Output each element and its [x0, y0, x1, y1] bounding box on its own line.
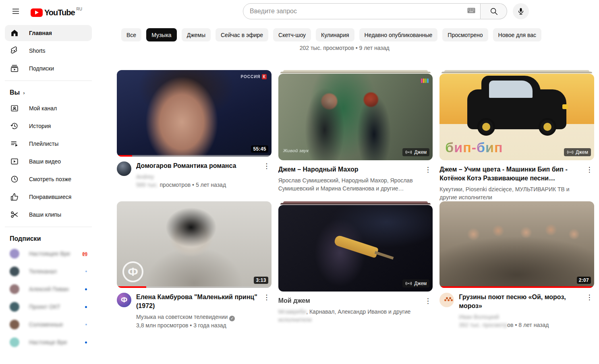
video-title[interactable]: Домогаров Романтика романса [136, 161, 262, 170]
channel-avatar[interactable] [117, 161, 131, 176]
new-content-dot [85, 288, 87, 290]
video-grid: РОССИЯК 55:45 Домогаров Романтика романс… [97, 70, 599, 329]
partial-video-meta: 202 тыс. просмотров • 9 лет назад [278, 45, 433, 51]
my-channel-icon [10, 103, 19, 113]
kebab-menu-icon[interactable]: ⋮ [262, 293, 272, 302]
mix-byline: Ярослав Сумишевский, Народный Махор, Яро… [278, 176, 423, 192]
video-thumbnail[interactable]: Ф 3:13 [117, 201, 272, 288]
mix-stack-decoration [441, 72, 592, 73]
sidebar-item-liked-videos[interactable]: Понравившиеся [5, 189, 92, 205]
sidebar-subscription-channel[interactable]: Настояще Вре [5, 334, 92, 350]
sidebar-item-your-videos[interactable]: Ваши видео [5, 153, 92, 170]
sidebar: Главная Shorts Подписки Вы › Мой канал И… [0, 23, 97, 364]
new-content-dot [85, 306, 87, 308]
channel-avatar[interactable] [439, 293, 454, 307]
chip-jams[interactable]: Джемы [182, 28, 211, 41]
live-sound-watermark: Живой звук [283, 148, 309, 153]
watch-progress-bar [439, 286, 594, 288]
sidebar-you-header[interactable]: Вы › [5, 87, 92, 100]
watch-later-icon [10, 174, 19, 184]
mix-title[interactable]: Джем – Народный Махор [278, 165, 423, 174]
broadcast-icon [567, 150, 574, 155]
video-title[interactable]: Грузины поют песню «Ой, мороз, мороз» [459, 293, 584, 310]
hamburger-menu-icon[interactable] [8, 3, 24, 19]
rossiya-k-watermark: РОССИЯК [240, 74, 266, 79]
sidebar-item-playlists[interactable]: Плейлисты [5, 136, 92, 152]
sidebar-subscription-channel[interactable]: Соломенные [5, 316, 92, 333]
tv-logo-watermark: Ф [122, 261, 143, 282]
mix-thumbnail[interactable]: Джем [278, 205, 433, 292]
your-videos-icon [10, 157, 19, 166]
channel-avatar [10, 302, 19, 312]
sidebar-subscription-channel[interactable]: Телеканал [5, 263, 92, 279]
shorts-icon [10, 46, 19, 56]
chip-recently-uploaded[interactable]: Недавно опубликованные [359, 28, 438, 41]
sidebar-subscriptions-header: Подписки [5, 233, 92, 246]
channel-name[interactable]: Andrey [136, 174, 154, 180]
thumbs-up-icon [10, 192, 19, 202]
duration-badge: 55:45 [251, 145, 268, 153]
playlists-icon [10, 139, 19, 149]
chip-all[interactable]: Все [121, 28, 141, 41]
video-title[interactable]: Елена Камбурова "Маленький принц" (1972) [136, 293, 262, 310]
kebab-menu-icon[interactable]: ⋮ [584, 165, 594, 175]
channel-name[interactable]: Иван Волоцкий [459, 314, 499, 320]
sidebar-subscription-channel[interactable]: Проект ОКТ [5, 299, 92, 315]
sidebar-item-your-clips[interactable]: Ваши клипы [5, 207, 92, 223]
mix-badge: Джем [402, 148, 429, 156]
mix-title[interactable]: Мой джем [278, 296, 423, 305]
chip-music[interactable]: Музыка [146, 28, 177, 41]
search-input[interactable] [250, 8, 464, 15]
kebab-menu-icon[interactable]: ⋮ [584, 293, 594, 302]
kebab-menu-icon[interactable]: ⋮ [423, 165, 433, 175]
search-button[interactable] [481, 3, 507, 19]
mix-stack-decoration [280, 203, 431, 205]
youtube-logo[interactable]: YouTube RU [31, 6, 82, 17]
channel-avatar [10, 320, 19, 329]
guitar-illustration [333, 235, 379, 259]
history-icon [10, 121, 19, 131]
channel-avatar [10, 284, 19, 294]
mic-icon [517, 7, 525, 15]
chip-live[interactable]: Сейчас в эфире [216, 28, 268, 41]
channel-avatar [10, 267, 19, 276]
sidebar-divider [5, 81, 92, 81]
live-badge-icon: ((•)) [82, 252, 87, 256]
mix-thumbnail[interactable]: Живой звук Джем [278, 74, 433, 160]
mix-badge: Джем [564, 148, 591, 156]
sidebar-item-watch-later[interactable]: Смотреть позже [5, 171, 92, 187]
sidebar-item-subscriptions[interactable]: Подписки [5, 60, 92, 77]
sidebar-item-history[interactable]: История [5, 118, 92, 134]
tv-channel-logo [421, 79, 429, 83]
sidebar-subscription-channel[interactable]: Алексей Пиван [5, 281, 92, 297]
video-thumbnail[interactable]: РОССИЯК 55:45 [117, 70, 272, 157]
chip-watched[interactable]: Просмотрено [442, 28, 488, 41]
chip-new-to-you[interactable]: Новое для вас [493, 28, 542, 41]
sidebar-item-shorts[interactable]: Shorts [5, 43, 92, 59]
watch-progress-bar [117, 155, 132, 157]
bip-bip-title-art: бип-бип [445, 140, 503, 155]
sidebar-item-home[interactable]: Главная [5, 25, 92, 41]
video-card: Ф 3:13 Ф Елена Камбурова "Маленький прин… [117, 201, 272, 329]
scissors-icon [10, 210, 19, 219]
kebab-menu-icon[interactable]: ⋮ [423, 296, 433, 306]
mix-thumbnail[interactable]: бип-бип Джем [439, 74, 594, 160]
youtube-play-icon [31, 8, 43, 17]
video-meta: 392 тыс. просмотров • 8 лет назад [459, 321, 584, 329]
chip-cooking[interactable]: Кулинария [316, 28, 354, 41]
mix-title[interactable]: Джем – Учим цвета - Машинки Бип бип - Ко… [439, 165, 584, 183]
search-icon [489, 7, 498, 16]
sidebar-subscription-channel[interactable]: Настоящее Вре ((•)) [5, 246, 92, 262]
video-thumbnail[interactable]: 2:07 [439, 201, 594, 288]
new-content-dot [85, 341, 87, 343]
chip-sketch[interactable]: Скетч-шоу [273, 28, 311, 41]
channel-avatar[interactable]: Ф [117, 293, 131, 307]
mix-byline: Кукутики, Piosenki dziecięce, МУЛЬТИВАРИ… [439, 185, 584, 201]
mix-byline: Мгзавреби, Карнавал, Александр Иванов и … [278, 308, 423, 324]
kebab-menu-icon[interactable]: ⋮ [262, 161, 272, 171]
channel-name[interactable]: Музыка на советском телевидении [136, 314, 228, 320]
channel-avatar [10, 249, 19, 259]
voice-search-button[interactable] [513, 3, 529, 19]
sidebar-item-my-channel[interactable]: Мой канал [5, 100, 92, 116]
keyboard-icon[interactable] [467, 8, 475, 15]
